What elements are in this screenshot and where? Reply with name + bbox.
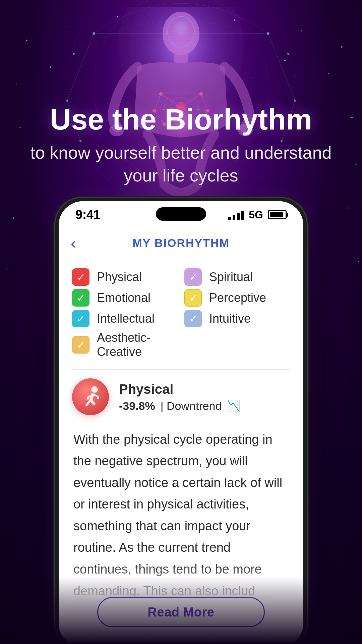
svg-point-19 bbox=[358, 261, 359, 262]
separator bbox=[72, 369, 290, 370]
downtrend-icon: 📉 bbox=[227, 399, 240, 412]
dynamic-island bbox=[156, 207, 206, 221]
svg-point-7 bbox=[16, 84, 17, 85]
checkbox-physical[interactable]: ✓ Physical bbox=[72, 268, 178, 286]
headline-title: Use the Biorhythm bbox=[20, 104, 342, 135]
physical-icon bbox=[72, 378, 109, 415]
physical-name: Physical bbox=[119, 382, 290, 397]
checkbox-aesthetic-box: ✓ bbox=[72, 336, 89, 354]
svg-point-63 bbox=[174, 22, 188, 35]
checkbox-perceptive-label: Perceptive bbox=[209, 291, 266, 305]
checkbox-emotional-label: Emotional bbox=[97, 291, 150, 305]
checkbox-intuitive-label: Intuitive bbox=[209, 312, 251, 326]
signal-bars-icon bbox=[228, 209, 244, 220]
checkbox-perceptive[interactable]: ✓ Perceptive bbox=[184, 289, 290, 307]
svg-point-5 bbox=[301, 30, 302, 31]
checkbox-spiritual-box: ✓ bbox=[184, 268, 202, 286]
back-button[interactable]: ‹ bbox=[71, 234, 76, 252]
svg-point-18 bbox=[6, 268, 7, 269]
physical-stats: -39.8% | Downtrend 📉 bbox=[119, 399, 290, 413]
headline-subtitle: to know yourself better and understand y… bbox=[20, 142, 342, 187]
checkbox-spiritual-label: Spiritual bbox=[209, 270, 253, 284]
checkbox-intellectual[interactable]: ✓ Intellectual bbox=[72, 310, 178, 327]
status-right: 5G bbox=[228, 209, 287, 221]
svg-point-64 bbox=[91, 386, 98, 393]
checkbox-spiritual[interactable]: ✓ Spiritual bbox=[184, 268, 290, 286]
checkbox-physical-label: Physical bbox=[97, 270, 142, 284]
checkbox-grid: ✓ Physical ✓ Spiritual ✓ Emo bbox=[72, 268, 290, 359]
physical-info: Physical -39.8% | Downtrend 📉 bbox=[119, 378, 290, 413]
svg-rect-38 bbox=[174, 53, 188, 63]
svg-point-0 bbox=[26, 40, 27, 41]
svg-point-9 bbox=[328, 73, 329, 74]
status-bar: 9:41 5G bbox=[59, 201, 303, 228]
physical-percentage: -39.8% bbox=[119, 399, 155, 413]
svg-point-6 bbox=[341, 46, 343, 48]
status-time: 9:41 bbox=[75, 208, 100, 222]
checkbox-perceptive-box: ✓ bbox=[184, 289, 202, 307]
svg-point-16 bbox=[13, 217, 14, 219]
checkbox-physical-box: ✓ bbox=[72, 268, 89, 286]
checkbox-intuitive[interactable]: ✓ Intuitive bbox=[184, 310, 290, 327]
background: Use the Biorhythm to know yourself bette… bbox=[0, 0, 362, 644]
navigation-bar: ‹ MY BIORHYTHM bbox=[59, 228, 303, 258]
checkbox-intuitive-box: ✓ bbox=[184, 310, 202, 327]
svg-point-8 bbox=[50, 66, 51, 68]
nav-title: MY BIORHYTHM bbox=[132, 236, 230, 250]
checkbox-intellectual-label: Intellectual bbox=[97, 312, 155, 326]
biorhythm-content: ✓ Physical ✓ Spiritual ✓ Emo bbox=[59, 258, 303, 603]
physical-description: With the physical cycle operating in the… bbox=[72, 429, 290, 602]
svg-point-17 bbox=[348, 208, 349, 209]
physical-card: Physical -39.8% | Downtrend 📉 bbox=[72, 378, 290, 421]
checkbox-intellectual-box: ✓ bbox=[72, 310, 89, 327]
battery-icon bbox=[268, 210, 287, 219]
checkbox-emotional[interactable]: ✓ Emotional bbox=[72, 289, 178, 307]
checkbox-emotional-box: ✓ bbox=[72, 289, 89, 307]
network-label: 5G bbox=[249, 209, 263, 221]
headline-section: Use the Biorhythm to know yourself bette… bbox=[0, 104, 362, 187]
physical-trend-label: | Downtrend bbox=[161, 399, 222, 413]
checkbox-aesthetic-label: Aesthetic- Creative bbox=[97, 331, 178, 359]
checkbox-aesthetic[interactable]: ✓ Aesthetic- Creative bbox=[72, 331, 178, 359]
mountain-base bbox=[0, 577, 362, 644]
